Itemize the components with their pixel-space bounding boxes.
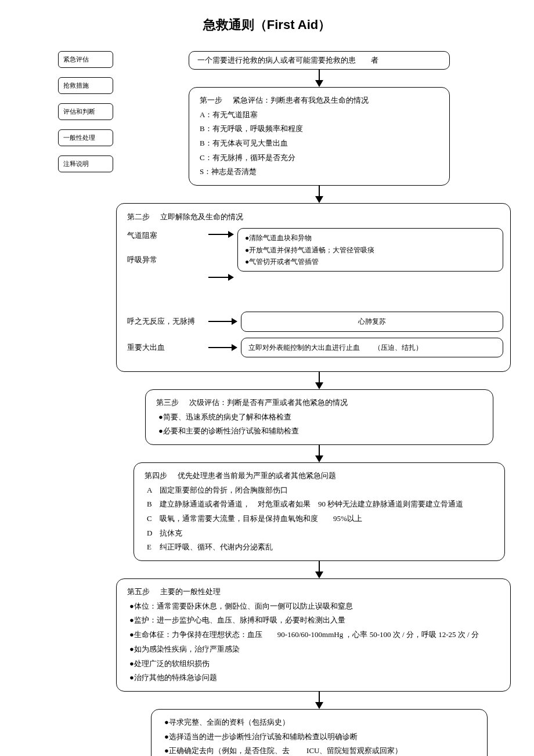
step4-item-c: C吸氧，通常需要大流量，目标是保持血氧饱和度 95%以上	[147, 512, 494, 526]
step1-item-a: A：有无气道阻塞	[200, 108, 439, 122]
connector	[319, 561, 320, 571]
step3-box: 第三步次级评估：判断是否有严重或者其他紧急的情况 ●简要、迅速系统的病史了解和体…	[145, 389, 493, 445]
step4-item-a: A固定重要部位的骨折，闭合胸腹部伤口	[147, 483, 494, 498]
step1-item-c: C：有无脉搏，循环是否充分	[200, 151, 439, 165]
step2-action-3: ●气管切开或者气管插管	[245, 256, 496, 267]
final-box: ●寻求完整、全面的资料（包括病史） ●选择适当的进一步诊断性治疗试验和辅助检查以…	[151, 709, 488, 756]
arrow-right-icon	[208, 321, 237, 322]
diagram-container: 紧急评估 抢救措施 评估和判断 一般性处理 注释说明 一个需要进行抢救的病人或者…	[0, 51, 534, 756]
legend-notes: 注释说明	[58, 155, 113, 172]
connector	[319, 445, 320, 455]
step2-cpr-box: 心肺复苏	[241, 312, 503, 331]
step4-box: 第四步优先处理患者当前最为严重的或者其他紧急问题 A固定重要部位的骨折，闭合胸腹…	[134, 462, 505, 561]
title-cn: 急救通则（	[203, 17, 267, 32]
step2-airway-actions-box: ●清除气道血块和异物 ●开放气道并保持气道通畅；大管径管吸痰 ●气管切开或者气管…	[237, 228, 503, 272]
step3-item-2: ●必要和主要的诊断性治疗试验和辅助检查	[158, 424, 482, 439]
step5-item-5: ●处理广泛的软组织损伤	[129, 657, 500, 671]
step3-item-1: ●简要、迅速系统的病史了解和体格检查	[158, 410, 482, 425]
step1-item-s: S：神志是否清楚	[200, 165, 439, 179]
final-item-1: ●寻求完整、全面的资料（包括病史）	[164, 715, 477, 730]
arrow-down-icon	[315, 382, 323, 389]
connector	[319, 70, 320, 80]
step1-item-b1: B：有无呼吸，呼吸频率和程度	[200, 122, 439, 136]
arrow-down-icon	[315, 455, 323, 462]
legend-sidebar: 紧急评估 抢救措施 评估和判断 一般性处理 注释说明	[58, 51, 113, 172]
step2-bleeding-box: 立即对外表能控制的大出血进行止血 （压迫、结扎）	[241, 338, 503, 357]
arrow-right-icon	[208, 277, 234, 306]
step5-header: 第五步主要的一般性处理	[127, 585, 500, 599]
step2-row-airway: 气道阻塞 呼吸异常 ●清除气道血块和异物 ●开放气道并保持气道通畅；大管径管吸痰…	[127, 228, 503, 306]
title-close: ）	[318, 17, 331, 32]
step1-item-b2: B：有无体表可见大量出血	[200, 136, 439, 151]
arrow-right-icon	[208, 347, 237, 348]
step5-item-2: ●监护：进一步监护心电、血压、脉搏和呼吸，必要时检测出入量	[129, 613, 500, 628]
connector	[319, 372, 320, 382]
step5-box: 第五步主要的一般性处理 ●体位：通常需要卧床休息，侧卧位、面向一侧可以防止误吸和…	[116, 578, 511, 692]
step4-header: 第四步优先处理患者当前最为严重的或者其他紧急问题	[145, 469, 494, 483]
step5-item-3: ●生命体征：力争保持在理想状态：血压 90-160/60-100mmHg ，心率…	[129, 628, 500, 642]
final-item-2: ●选择适当的进一步诊断性治疗试验和辅助检查以明确诊断	[164, 730, 477, 744]
step5-item-1: ●体位：通常需要卧床休息，侧卧位、面向一侧可以防止误吸和窒息	[129, 599, 500, 614]
legend-general-treatment: 一般性处理	[58, 129, 113, 146]
step3-header: 第三步次级评估：判断是否有严重或者其他紧急的情况	[156, 396, 482, 410]
step2-label-no-pulse: 呼之无反应，无脉搏	[127, 316, 208, 327]
step4-item-d: D抗休克	[147, 526, 494, 541]
legend-rescue-measures: 抢救措施	[58, 77, 113, 94]
legend-eval-judgment: 评估和判断	[58, 103, 113, 120]
arrow-down-icon	[315, 571, 323, 578]
step2-box: 第二步立即解除危及生命的情况 气道阻塞 呼吸异常 ●清除气道血块和异物 ●开放气…	[116, 203, 511, 372]
arrow-down-icon	[315, 196, 323, 203]
step5-item-4: ●如为感染性疾病，治疗严重感染	[129, 642, 500, 657]
step2-label-airway: 气道阻塞	[127, 230, 208, 241]
arrow-down-icon	[315, 80, 323, 87]
step2-header: 第二步立即解除危及生命的情况	[127, 212, 503, 222]
step4-item-b: B建立静脉通道或者骨通道， 对危重或者如果 90 秒钟无法建立静脉通道则需要建立…	[147, 497, 494, 512]
title-en: First Aid	[267, 17, 318, 32]
step2-label-bleeding: 重要大出血	[127, 342, 208, 353]
step2-row-pulse: 呼之无反应，无脉搏 心肺复苏	[127, 312, 503, 331]
arrow-down-icon	[315, 702, 323, 709]
flowchart-main: 一个需要进行抢救的病人或者可能需要抢救的患 者 第一步紧急评估：判断患者有我危及…	[134, 51, 505, 756]
step4-item-e: E纠正呼吸、循环、代谢内分泌紊乱	[147, 540, 494, 555]
step5-item-6: ●治疗其他的特殊急诊问题	[129, 671, 500, 685]
step2-row-bleeding: 重要大出血 立即对外表能控制的大出血进行止血 （压迫、结扎）	[127, 338, 503, 357]
connector	[319, 186, 320, 196]
step2-action-1: ●清除气道血块和异物	[245, 232, 496, 244]
final-item-3: ●正确确定去向（例如，是否住院、去 ICU、留院短暂观察或回家）	[164, 744, 477, 756]
start-box: 一个需要进行抢救的病人或者可能需要抢救的患 者	[189, 51, 450, 70]
arrow-right-icon	[208, 234, 234, 263]
legend-emergency-eval: 紧急评估	[58, 51, 113, 68]
step2-action-2: ●开放气道并保持气道通畅；大管径管吸痰	[245, 244, 496, 256]
step2-label-breathing: 呼吸异常	[127, 255, 208, 265]
step1-header: 第一步紧急评估：判断患者有我危及生命的情况	[200, 93, 439, 108]
step1-box: 第一步紧急评估：判断患者有我危及生命的情况 A：有无气道阻塞 B：有无呼吸，呼吸…	[189, 87, 450, 186]
page-title: 急救通则（First Aid）	[0, 16, 534, 34]
connector	[319, 692, 320, 702]
